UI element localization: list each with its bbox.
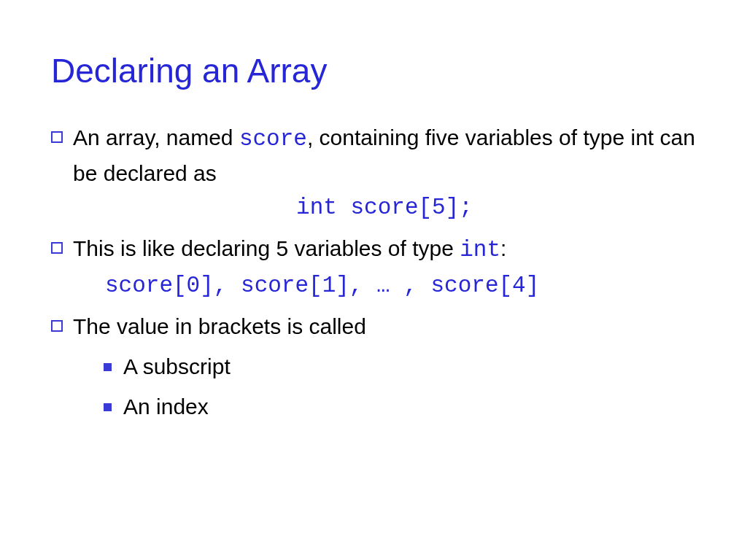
square-bullet-icon bbox=[51, 242, 63, 254]
slide-title: Declaring an Array bbox=[51, 51, 696, 90]
code-run: score bbox=[239, 126, 307, 152]
text-run: The value in brackets is called bbox=[73, 314, 366, 338]
sub-bullet-item: An index bbox=[104, 390, 696, 423]
bullet-item: The value in brackets is called bbox=[51, 310, 696, 343]
bullet-content: An array, named score, containing five v… bbox=[73, 121, 696, 225]
square-bullet-icon bbox=[51, 131, 63, 143]
code-line: score[0], score[1], … , score[4] bbox=[73, 269, 696, 303]
square-sub-bullet-icon bbox=[104, 403, 112, 411]
bullet-item: This is like declaring 5 variables of ty… bbox=[51, 232, 696, 303]
sub-bullet-text: A subscript bbox=[123, 350, 231, 383]
slide-body: An array, named score, containing five v… bbox=[51, 121, 696, 423]
code-run: int bbox=[460, 237, 500, 262]
text-run: An array, named bbox=[73, 125, 239, 149]
sub-bullet-text: An index bbox=[123, 390, 209, 423]
text-run: This is like declaring 5 variables of ty… bbox=[73, 236, 460, 260]
bullet-content: This is like declaring 5 variables of ty… bbox=[73, 232, 696, 303]
code-line: int score[5]; bbox=[73, 191, 696, 225]
square-bullet-icon bbox=[51, 320, 63, 332]
bullet-item: An array, named score, containing five v… bbox=[51, 121, 696, 225]
square-sub-bullet-icon bbox=[104, 363, 112, 371]
bullet-content: The value in brackets is called bbox=[73, 310, 696, 343]
text-run: : bbox=[500, 236, 506, 260]
slide: Declaring an Array An array, named score… bbox=[0, 0, 747, 452]
sub-bullet-item: A subscript bbox=[104, 350, 696, 383]
